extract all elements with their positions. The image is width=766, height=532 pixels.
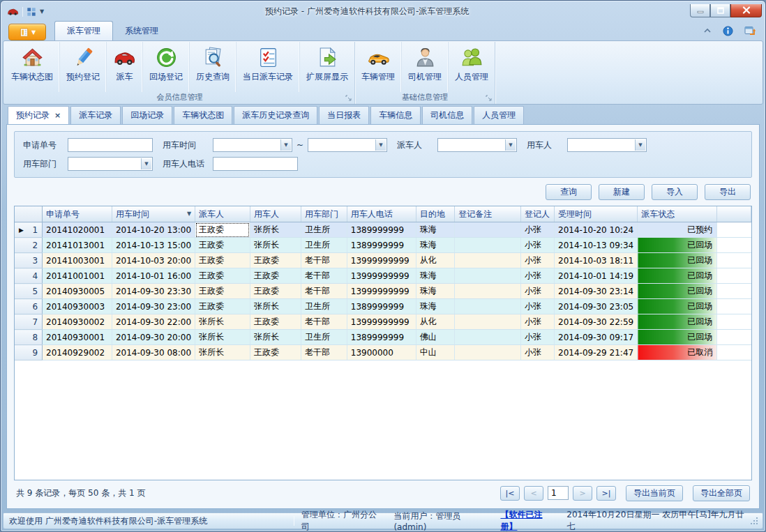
cell[interactable]: 2014-09-29 21:47 — [555, 345, 638, 360]
ribbon-button-orange-car[interactable]: 车辆管理 — [355, 42, 401, 92]
dispatch-status-cell[interactable]: 已取消 — [638, 345, 717, 360]
ribbon-button-driver[interactable]: 司机管理 — [401, 42, 448, 92]
ribbon-button-house[interactable]: 车辆状态图 — [5, 42, 59, 92]
dispatch-status-cell[interactable]: 已回场 — [638, 238, 717, 253]
ribbon-tab-dispatch[interactable]: 派车管理 — [54, 21, 113, 40]
cell[interactable]: 小张 — [521, 268, 555, 284]
doc-tab[interactable]: 回场记录 — [122, 106, 172, 124]
chevron-down-icon[interactable]: ▼ — [635, 139, 645, 151]
cell[interactable]: 2014-09-30 08:00 — [112, 345, 195, 360]
info-icon[interactable] — [723, 26, 733, 36]
cell[interactable]: 老干部 — [301, 268, 347, 284]
cell[interactable]: 2014-10-01 14:19 — [555, 268, 638, 284]
cell[interactable]: 张所长 — [195, 345, 250, 360]
cell[interactable] — [455, 268, 521, 284]
column-header[interactable]: 派车人 — [195, 206, 250, 222]
use-time-to-select[interactable]: ▼ — [308, 138, 387, 152]
column-header[interactable]: 用车人电话 — [347, 206, 416, 222]
cell[interactable]: 张所长 — [250, 299, 301, 314]
cell[interactable]: 小张 — [521, 222, 555, 238]
cell[interactable]: 1389999999 — [347, 330, 416, 345]
column-header[interactable]: 用车人 — [250, 206, 301, 222]
cell[interactable]: 王政委 — [195, 253, 250, 268]
cell[interactable]: 卫生所 — [301, 222, 347, 238]
cell[interactable]: 20140930001 — [43, 330, 112, 345]
export-button[interactable]: 导出 — [705, 184, 751, 200]
cell[interactable]: 王政委 — [250, 253, 301, 268]
doc-tab[interactable]: 车辆状态图 — [174, 106, 232, 124]
cell[interactable]: 20140930002 — [43, 314, 112, 330]
column-header[interactable]: 登记备注 — [455, 206, 521, 222]
cell[interactable]: 王政委 — [250, 284, 301, 299]
dialog-launcher-icon[interactable] — [486, 95, 492, 101]
column-header[interactable]: 用车部门 — [301, 206, 347, 222]
license-link[interactable]: 【软件已注册】 — [500, 509, 558, 532]
cell[interactable]: 13900000 — [347, 345, 416, 360]
row-indicator-cell[interactable]: ▶1 — [15, 222, 43, 238]
ribbon-button-screen-extend[interactable]: 扩展屏显示 — [299, 42, 354, 92]
query-button[interactable]: 查询 — [546, 184, 592, 200]
about-icon[interactable] — [744, 25, 756, 36]
table-row[interactable]: 7201409300022014-09-30 22:00张所长王政委老干部139… — [15, 314, 751, 330]
ribbon-button-checklist[interactable]: 当日派车记录 — [236, 42, 299, 92]
ribbon-button-people[interactable]: 人员管理 — [448, 42, 495, 92]
minimize-button[interactable] — [690, 4, 710, 17]
ribbon-button-red-car[interactable]: 派车 — [106, 42, 142, 92]
cell[interactable]: 小张 — [521, 330, 555, 345]
import-button[interactable]: 导入 — [652, 184, 698, 200]
cell[interactable]: 13999999999 — [347, 268, 416, 284]
column-header[interactable]: 派车状态 — [638, 206, 717, 222]
row-indicator-cell[interactable]: 9 — [15, 345, 43, 360]
maximize-button[interactable] — [710, 4, 730, 17]
cell[interactable] — [455, 299, 521, 314]
ribbon-button-pencil[interactable]: 预约登记 — [59, 42, 106, 92]
dispatcher-select[interactable]: ▼ — [437, 138, 517, 152]
table-row[interactable]: 5201409300052014-09-30 23:30王政委王政委老干部139… — [15, 284, 751, 299]
cell[interactable] — [455, 222, 521, 238]
cell[interactable]: 2014-09-30 20:00 — [112, 330, 195, 345]
page-number-input[interactable] — [548, 486, 569, 500]
phone-input[interactable] — [213, 157, 298, 171]
cell[interactable]: 卫生所 — [301, 299, 347, 314]
cell[interactable]: 小张 — [521, 253, 555, 268]
chevron-down-icon[interactable]: ▼ — [280, 139, 291, 151]
cell[interactable]: 老干部 — [301, 314, 347, 330]
cell[interactable]: 20140929002 — [43, 345, 112, 360]
cell[interactable]: 王政委 — [250, 268, 301, 284]
cell[interactable]: 从化 — [416, 253, 455, 268]
cell[interactable]: 张所长 — [250, 238, 301, 253]
table-row[interactable]: ▶1201410200012014-10-20 13:00王政委张所长卫生所13… — [15, 222, 751, 238]
cell[interactable]: 1389999999 — [347, 299, 416, 314]
doc-tab[interactable]: 预约记录× — [8, 106, 69, 124]
cell[interactable]: 王政委 — [195, 222, 250, 238]
cell[interactable]: 珠海 — [416, 284, 455, 299]
row-indicator-cell[interactable]: 2 — [15, 238, 43, 253]
column-header[interactable]: 登记人 — [521, 206, 555, 222]
first-page-button[interactable]: |< — [500, 486, 520, 501]
cell[interactable]: 中山 — [416, 345, 455, 360]
cell[interactable]: 2014-09-30 22:59 — [555, 314, 638, 330]
cell[interactable]: 2014-10-01 16:00 — [112, 268, 195, 284]
doc-tab[interactable]: 派车记录 — [70, 106, 121, 124]
cell[interactable]: 老干部 — [301, 284, 347, 299]
chevron-down-icon[interactable]: ▼ — [141, 158, 151, 169]
cell[interactable]: 20141020001 — [43, 222, 112, 238]
cell[interactable]: 2014-09-30 23:14 — [555, 284, 638, 299]
row-indicator-cell[interactable]: 5 — [15, 284, 43, 299]
resize-grip-icon[interactable] — [750, 517, 758, 525]
dispatch-status-cell[interactable]: 已回场 — [638, 330, 717, 345]
cell[interactable]: 2014-09-30 23:30 — [112, 284, 195, 299]
cell[interactable]: 张所长 — [195, 314, 250, 330]
cell[interactable]: 珠海 — [416, 222, 455, 238]
use-time-from-select[interactable]: ▼ — [213, 138, 292, 152]
column-header[interactable]: 受理时间 — [555, 206, 638, 222]
collapse-chevron-icon[interactable] — [703, 28, 712, 33]
cell[interactable]: 老干部 — [301, 345, 347, 360]
cell[interactable]: 2014-09-30 09:17 — [555, 330, 638, 345]
cell[interactable]: 2014-10-20 10:24 — [555, 222, 638, 238]
cell[interactable]: 20141013001 — [43, 238, 112, 253]
layout-grid-icon[interactable] — [27, 7, 36, 17]
table-row[interactable]: 6201409300032014-09-30 23:00王政委张所长卫生所138… — [15, 299, 751, 314]
row-indicator-cell[interactable]: 4 — [15, 268, 43, 284]
cell[interactable]: 张所长 — [250, 330, 301, 345]
